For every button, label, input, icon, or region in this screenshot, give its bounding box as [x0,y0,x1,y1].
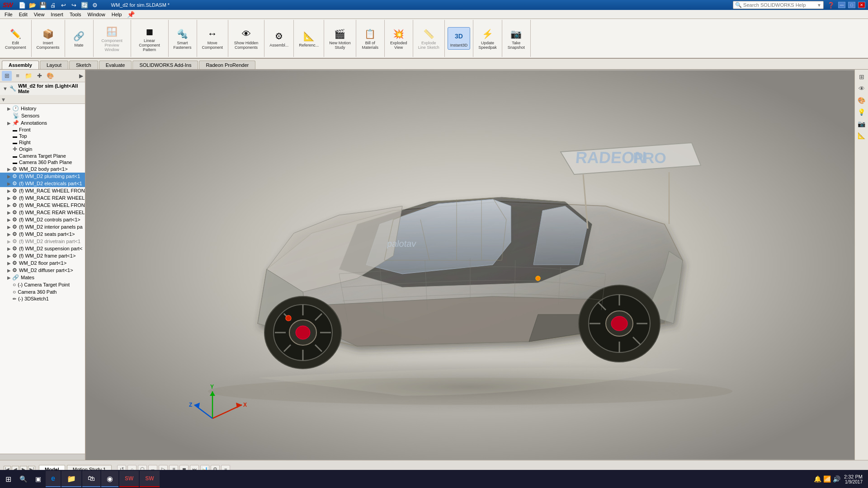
smart-fasteners-button[interactable]: 🔩 SmartFasteners [171,25,194,52]
tree-item-wm-d2-frame[interactable]: ▶ ⚙ (f) WM_D2 frame part<1> [0,252,85,259]
filter-icon[interactable]: ▾ [2,96,5,103]
qat-save[interactable]: 💾 [38,0,47,9]
qat-print[interactable]: 🖨 [49,0,58,9]
dim-xpert-tab[interactable]: ✚ [34,71,44,81]
side-btn-reference[interactable]: 📐 [856,130,867,141]
tree-item-top[interactable]: ▬ Top [0,133,85,139]
tree-item-wm-d2-floor[interactable]: ▶ ⚙ WM_D2 floor part<1> [0,259,85,267]
horizontal-scrollbar[interactable] [0,454,85,460]
property-manager-tab[interactable]: ≡ [13,71,23,81]
menu-pin[interactable]: 📌 [127,11,135,18]
tree-item-wm-d2-interior[interactable]: ▶ ⚙ (f) WM_D2 interior panels pa [0,223,85,230]
tree-item-annotations[interactable]: ▶ 📌 Annotations [0,119,85,127]
tree-item-wm-d2-diffuser[interactable]: ▶ ⚙ WM_D2 diffuser part<1> [0,267,85,274]
qat-undo[interactable]: ↩ [59,0,68,9]
qat-rebuild[interactable]: 🔄 [80,0,89,9]
windows-store[interactable]: 🛍 [82,471,100,487]
tree-item-camera-target-plane[interactable]: ▬ Camera Target Plane [0,153,85,159]
side-btn-view[interactable]: 👁 [856,83,867,94]
move-component-button[interactable]: ↔ MoveComponent [200,25,226,52]
side-btn-camera[interactable]: 📷 [856,118,867,129]
show-hidden-components-button[interactable]: 👁 Show HiddenComponents [232,25,261,52]
tree-item-wm-d2-body[interactable]: ▶ ⚙ WM_D2 body part<1> [0,165,85,173]
side-btn-feature-manager[interactable]: ⊞ [856,71,867,82]
insert-components-button[interactable]: 📦 InsertComponents [34,25,62,52]
qat-open[interactable]: 📂 [28,0,37,9]
tree-item-camera-360-path[interactable]: ○ Camera 360 Path [0,288,85,296]
tree-item-sensors[interactable]: 📡 Sensors [0,112,85,119]
edge-browser[interactable]: e [46,471,61,487]
menu-tools[interactable]: Tools [67,11,84,18]
menu-help[interactable]: Help [109,11,125,18]
tree-item-wm-d2-plumbing[interactable]: ▶ ⚙ (f) WM_D2 plumbing part<1 [0,173,85,180]
tab-evaluate[interactable]: Evaluate [99,61,132,69]
tree-item-3dsketch1[interactable]: ✏ (-) 3DSketch1 [0,296,85,302]
tree-item-history[interactable]: ▶ 🕐 History [0,105,85,112]
tree-item-wm-race-rear-wheel1[interactable]: ▶ ⚙ (f) WM_RACE REAR WHEEL T [0,194,85,202]
search-arrow[interactable]: ▼ [817,3,821,8]
config-manager-tab[interactable]: 📁 [24,71,33,81]
solidworks-app-2[interactable]: SW [140,471,159,487]
tree-item-camera-target-point[interactable]: ○ (-) Camera Target Point [0,281,85,288]
qat-options[interactable]: ⚙ [90,0,99,9]
tree-item-origin[interactable]: ✛ Origin [0,145,85,153]
qat-redo[interactable]: ↪ [70,0,79,9]
close-btn[interactable]: ✕ [858,2,865,8]
feature-manager-tab[interactable]: ⊞ [2,71,12,81]
tree-item-wm-race-rear-wheel2[interactable]: ▶ ⚙ (f) WM_RACE REAR WHEEL T [0,209,85,216]
update-speedpak-button[interactable]: ⚡ UpdateSpeedpak [476,25,499,52]
explode-line-sketch-button[interactable]: 📏 ExplodeLine Sketch [416,25,442,52]
chrome-browser[interactable]: ◉ [101,471,118,487]
mate-button[interactable]: 🔗 Mate [68,28,90,49]
tab-solidworks-addins[interactable]: SOLIDWORKS Add-Ins [132,61,198,69]
search-taskbar[interactable]: 🔍 [16,471,31,487]
tab-layout[interactable]: Layout [40,61,68,69]
menu-window[interactable]: Window [85,11,108,18]
instant3d-button[interactable]: 3D Instant3D [448,27,471,50]
tree-item-wm-race-wheel-front1[interactable]: ▶ ⚙ (f) WM_RACE WHEEL FRONT [0,187,85,194]
menu-insert[interactable]: Insert [48,11,66,18]
assembly-tree-header[interactable]: ▼ 🔧 WM_d2 for sim (Light<All Mate [0,82,85,95]
solidworks-app-1[interactable]: SW [119,471,139,487]
component-preview-button[interactable]: 🪟 ComponentPreview Window [96,23,128,54]
tree-item-wm-race-wheel-front2[interactable]: ▶ ⚙ (f) WM_RACE WHEEL FRONT [0,202,85,209]
tree-item-front[interactable]: ▬ Front [0,127,85,133]
tree-item-wm-d2-controls[interactable]: ▶ ⚙ (f) WM_D2 controls part<1> [0,216,85,223]
search-area[interactable]: 🔍 ▼ [733,1,824,9]
display-manager-tab[interactable]: 🎨 [45,71,55,81]
start-button[interactable]: ⊞ [2,471,15,487]
side-btn-appearance[interactable]: 🎨 [856,95,867,106]
viewport[interactable]: 🔍 ↩ 🔄 ⊕ 👁 ◻ 💡 🎨 📷 📐 [86,70,854,460]
tree-item-camera-360-path-plane[interactable]: ▬ Camera 360 Path Plane [0,159,85,165]
tree-item-right[interactable]: ▬ Right [0,139,85,145]
tree-item-wm-d2-suspension[interactable]: ▶ ⚙ (f) WM_D2 suspension part< [0,245,85,252]
menu-edit[interactable]: Edit [16,11,30,18]
search-input[interactable] [743,2,816,8]
tab-assembly[interactable]: Assembly [2,61,39,69]
tree-item-wm-d2-electricals[interactable]: ▶ ⚙ (f) WM_D2 electricals part<1 [0,180,85,187]
menu-file[interactable]: File [2,11,15,18]
menu-view[interactable]: View [31,11,47,18]
new-motion-study-button[interactable]: 🎬 New MotionStudy [327,25,353,52]
side-btn-lighting[interactable]: 💡 [856,107,867,117]
exploded-view-button[interactable]: 💥 ExplodedView [387,25,410,52]
task-view-btn[interactable]: ▣ [32,471,45,487]
take-snapshot-button[interactable]: 📷 TakeSnapshot [505,25,528,52]
maximize-btn[interactable]: □ [848,2,855,8]
reference-geometry-button[interactable]: 📐 Referenc... [297,28,321,49]
edit-component-button[interactable]: ✏️ EditComponent [3,25,28,52]
qat-new[interactable]: 📄 [18,0,27,9]
taskbar-clock[interactable]: 2:32 PM 1/9/2017 [844,474,863,484]
tab-sketch[interactable]: Sketch [69,61,98,69]
tab-radeon-prorender[interactable]: Radeon ProRender [199,61,255,69]
help-btn[interactable]: ❓ [826,0,835,9]
bill-of-materials-button[interactable]: 📋 Bill ofMaterials [359,25,382,52]
tree-item-wm-d2-drivetrain[interactable]: ▶ ⚙ (f) WM_D2 drivetrain part<1 [0,238,85,245]
assembly-features-button[interactable]: ⚙ Assembl... [267,28,291,49]
panel-expand[interactable]: ▶ [79,73,83,79]
minimize-btn[interactable]: — [838,2,845,8]
linear-component-pattern-button[interactable]: ▦ LinearComponent Pattern [134,23,165,54]
file-explorer[interactable]: 📁 [61,471,81,487]
tree-item-wm-d2-seats[interactable]: ▶ ⚙ (f) WM_D2 seats part<1> [0,230,85,238]
tree-item-mates[interactable]: ▶ 🔗 Mates [0,274,85,281]
